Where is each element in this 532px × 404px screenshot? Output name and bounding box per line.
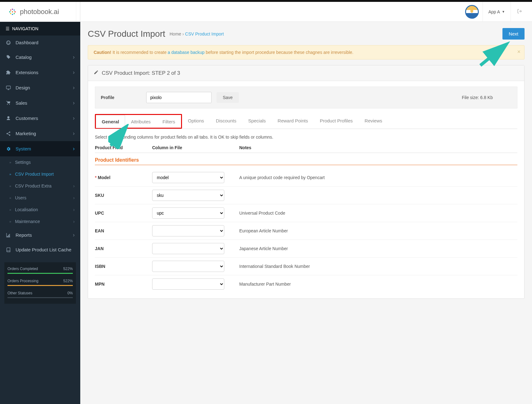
field-select-ean[interactable]: [152, 225, 224, 236]
sidebar-item-update-product-list-cache[interactable]: Update Product List Cache: [0, 243, 80, 257]
tab-options[interactable]: Options: [182, 114, 210, 129]
sub-item-label: CSV Product Extra: [15, 183, 52, 188]
save-button[interactable]: Save: [217, 92, 239, 103]
alert-close-button[interactable]: ×: [517, 49, 520, 55]
page-head: CSV Product Import Home › CSV Product Im…: [88, 28, 525, 40]
logout-button[interactable]: [511, 2, 528, 22]
tab-general[interactable]: General: [96, 115, 125, 128]
sidebar-item-extensions[interactable]: Extensions: [0, 65, 80, 80]
field-label: * Model: [95, 175, 152, 180]
field-label: SKU: [95, 193, 152, 198]
tab-reward-points[interactable]: Reward Points: [272, 114, 314, 129]
field-select-isbn[interactable]: [152, 261, 224, 272]
alert-link[interactable]: a database backup: [168, 50, 204, 55]
main-panel: CSV Product Import: STEP 2 of 3 Profile …: [88, 65, 525, 299]
sidebar-item-sales[interactable]: Sales: [0, 95, 80, 111]
sidebar-item-design[interactable]: Design: [0, 80, 80, 95]
sub-item-settings[interactable]: »Settings: [0, 156, 80, 168]
tab-attributes[interactable]: Attributes: [125, 115, 156, 128]
sidebar-item-label: Dashboard: [16, 40, 38, 45]
tab-reviews[interactable]: Reviews: [359, 114, 388, 129]
field-select-jan[interactable]: [152, 243, 224, 254]
nav-title: NAVIGATION: [12, 26, 38, 31]
sub-item-label: Localisation: [15, 207, 38, 212]
chevron-right-icon: »: [9, 220, 11, 223]
profile-label: Profile: [101, 95, 141, 100]
sidebar-item-dashboard[interactable]: Dashboard: [0, 36, 80, 50]
sidebar-item-system[interactable]: System: [0, 141, 80, 156]
chevron-right-icon: »: [9, 184, 11, 188]
avatar[interactable]: [465, 5, 479, 19]
breadcrumb: Home › CSV Product Import: [170, 31, 224, 36]
app-menu[interactable]: App A ▼: [483, 2, 511, 22]
sub-item-csv-product-import[interactable]: »CSV Product Import: [0, 168, 80, 180]
tab-filters[interactable]: Filters: [156, 115, 181, 128]
breadcrumb-home[interactable]: Home: [170, 31, 181, 36]
sub-item-localisation[interactable]: »Localisation: [0, 204, 80, 216]
sidebar-item-label: System: [16, 146, 31, 151]
cart-icon: [6, 101, 11, 106]
stat-bar: [7, 285, 73, 286]
nav-header: ☰ NAVIGATION: [0, 22, 80, 36]
caret-down-icon: ▼: [502, 10, 505, 13]
field-select-model[interactable]: model: [152, 172, 224, 183]
profile-row: Profile Save File size: 6.8 Kb: [95, 87, 517, 108]
sidebar-item-label: Design: [16, 85, 30, 90]
sub-item-maintenance[interactable]: »Maintenance: [0, 216, 80, 227]
sidebar-item-catalog[interactable]: Catalog: [0, 50, 80, 65]
col-field: Product Field: [95, 145, 152, 150]
field-select-upc[interactable]: upc: [152, 207, 224, 219]
sub-item-label: Settings: [15, 160, 31, 165]
sub-item-users[interactable]: »Users: [0, 192, 80, 204]
tab-discounts[interactable]: Discounts: [210, 114, 242, 129]
stat-label: Orders Processing: [7, 279, 38, 283]
sidebar-item-reports[interactable]: Reports: [0, 227, 80, 243]
profile-input[interactable]: [146, 92, 212, 103]
field-row-model: * ModelmodelA unique product code requir…: [95, 169, 517, 186]
sidebar-item-label: Customers: [16, 116, 38, 121]
puzzle-icon: [6, 70, 11, 75]
tag-icon: [6, 55, 11, 60]
panel-title: CSV Product Import: STEP 2 of 3: [102, 70, 180, 76]
share-icon: [6, 131, 11, 136]
field-row-sku: SKUsku: [95, 186, 517, 204]
field-note: Universal Product Code: [224, 211, 517, 216]
dashboard-icon: [6, 40, 11, 45]
gear-icon: [6, 146, 11, 151]
sidebar-item-marketing[interactable]: Marketing: [0, 126, 80, 141]
monitor-icon: [6, 85, 11, 90]
tab-product-profiles[interactable]: Product Profiles: [314, 114, 359, 129]
sidebar-item-label: Extensions: [16, 70, 38, 75]
sidebar-item-label: Reports: [16, 232, 32, 238]
stat-row: Orders Processing522%: [4, 277, 76, 284]
logo[interactable]: photobook.ai: [0, 2, 76, 21]
field-label: MPN: [95, 282, 152, 287]
alert-text2: before starting the import procedure bec…: [204, 50, 353, 55]
chevron-right-icon: »: [9, 160, 11, 164]
stat-label: Other Statuses: [7, 291, 32, 295]
sub-item-csv-product-extra[interactable]: »CSV Product Extra: [0, 180, 80, 192]
sidebar-item-label: Marketing: [16, 131, 36, 136]
logo-icon: [8, 7, 17, 16]
next-button[interactable]: Next: [502, 28, 525, 40]
tab-specials[interactable]: Specials: [242, 114, 272, 129]
field-row-jan: JANJapanese Article Number: [95, 240, 517, 257]
user-icon: [6, 116, 11, 121]
field-select-mpn[interactable]: [152, 278, 224, 290]
stat-row: Orders Completed522%: [4, 265, 76, 272]
field-select-sku[interactable]: sku: [152, 190, 224, 201]
field-note: A unique product code required by Openca…: [224, 175, 517, 180]
breadcrumb-current[interactable]: CSV Product Import: [185, 31, 224, 36]
sub-item-label: CSV Product Import: [15, 172, 54, 177]
hamburger-icon: ☰: [6, 26, 10, 31]
sub-item-label: Users: [15, 195, 26, 200]
sidebar-item-customers[interactable]: Customers: [0, 111, 80, 126]
field-label: ISBN: [95, 264, 152, 269]
sidebar-item-label: Sales: [16, 100, 27, 106]
svg-point-4: [9, 131, 10, 133]
col-column: Column in File: [152, 145, 239, 150]
main: App A ▼ CSV Product Import Home › CSV Pr…: [80, 2, 532, 404]
app-menu-label: App A: [488, 9, 500, 14]
sidebar-item-label: Catalog: [16, 55, 32, 60]
page-title: CSV Product Import: [88, 29, 165, 39]
